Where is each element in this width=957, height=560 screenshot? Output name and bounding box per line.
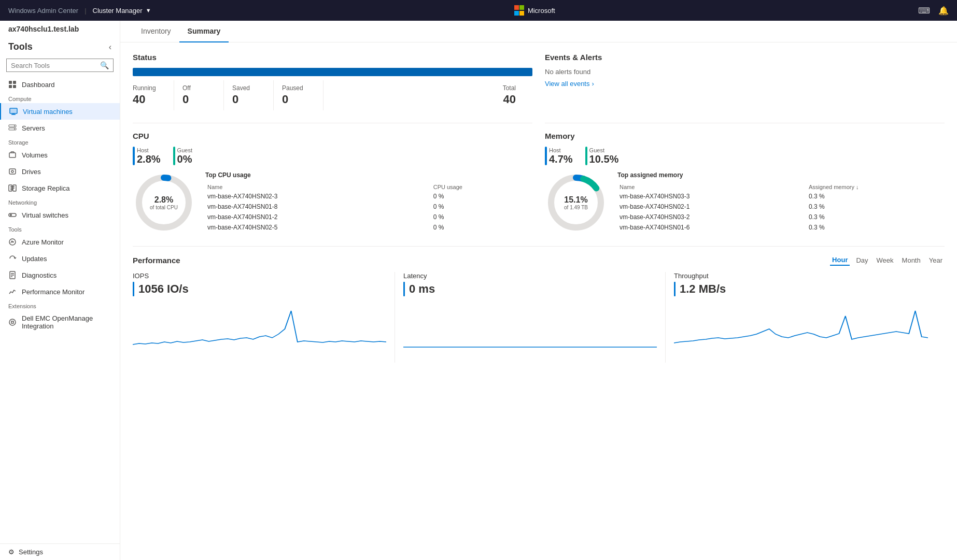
cpu-row-name: vm-base-AX740HSN02-3 bbox=[205, 191, 431, 202]
iops-label: IOPS bbox=[133, 272, 386, 280]
topbar: Windows Admin Center | Cluster Manager ▼… bbox=[0, 0, 957, 21]
time-btn-month[interactable]: Month bbox=[900, 255, 923, 266]
status-section: Status Running 40 Off 0 bbox=[133, 53, 532, 110]
sidebar-item-label-vms: Virtual machines bbox=[23, 108, 73, 116]
memory-guest-color bbox=[585, 147, 587, 165]
perf-title: Performance bbox=[133, 256, 180, 265]
cpu-header: Host 2.8% Guest 0% bbox=[133, 147, 532, 165]
tabs-bar: Inventory Summary bbox=[120, 21, 957, 42]
iops-bar bbox=[133, 282, 134, 296]
iops-chart bbox=[133, 300, 386, 363]
table-row: vm-base-AX740HSN02-50 % bbox=[205, 222, 532, 233]
sidebar-item-virtual-machines[interactable]: Virtual machines bbox=[0, 103, 120, 120]
latency-value-line: 0 ms bbox=[403, 282, 657, 296]
cpu-guest-group: Guest 0% bbox=[173, 147, 192, 165]
sidebar-item-azure-monitor[interactable]: Azure Monitor bbox=[0, 234, 120, 250]
content-inner: Status Running 40 Off 0 bbox=[120, 42, 957, 373]
virtual-switches-icon bbox=[8, 211, 17, 219]
bell-icon[interactable]: 🔔 bbox=[938, 6, 949, 16]
cpu-donut-percent: 2.8% bbox=[150, 195, 178, 205]
svg-point-18 bbox=[10, 214, 12, 216]
topbar-cluster[interactable]: Cluster Manager ▼ bbox=[93, 7, 151, 15]
terminal-icon[interactable]: ⌨ bbox=[918, 6, 930, 16]
topbar-right: ⌨ 🔔 bbox=[918, 6, 949, 16]
servers-icon bbox=[8, 124, 17, 132]
sidebar-footer-settings[interactable]: ⚙ Settings bbox=[0, 543, 120, 560]
sidebar-item-label-volumes: Volumes bbox=[22, 151, 48, 159]
performance-section: Performance Hour Day Week Month Year IOP… bbox=[133, 246, 945, 363]
cpu-row-usage: 0 % bbox=[431, 191, 532, 202]
search-input[interactable] bbox=[11, 62, 100, 69]
sidebar-item-updates[interactable]: Updates bbox=[0, 250, 120, 267]
memory-host-color bbox=[545, 147, 547, 165]
svg-rect-0 bbox=[9, 81, 12, 84]
view-all-events-link[interactable]: View all events › bbox=[545, 80, 945, 88]
time-btn-year[interactable]: Year bbox=[927, 255, 945, 266]
throughput-sparkline bbox=[674, 300, 928, 352]
cpu-host-label: Host bbox=[137, 147, 161, 153]
nav-section-tools: Tools bbox=[0, 223, 120, 234]
no-alerts-text: No alerts found bbox=[545, 68, 945, 76]
svg-rect-13 bbox=[9, 169, 16, 174]
sidebar-item-virtual-switches[interactable]: Virtual switches bbox=[0, 207, 120, 223]
status-bar-container bbox=[133, 68, 532, 76]
memory-section: Memory Host 4.7% Guest bbox=[545, 123, 945, 234]
memory-content: 15.1% of 1.49 TB Top assigned memory Nam… bbox=[545, 171, 945, 234]
cpu-top-usage-title: Top CPU usage bbox=[205, 171, 532, 179]
memory-donut-label: 15.1% of 1.49 TB bbox=[564, 195, 588, 210]
perf-header: Performance Hour Day Week Month Year bbox=[133, 255, 945, 266]
settings-label: Settings bbox=[19, 548, 43, 556]
status-paused-value: 0 bbox=[282, 93, 315, 106]
cluster-dropdown-icon[interactable]: ▼ bbox=[146, 7, 151, 13]
sidebar-item-label-virtual-switches: Virtual switches bbox=[22, 211, 68, 219]
sidebar-item-label-updates: Updates bbox=[22, 255, 47, 263]
tab-inventory[interactable]: Inventory bbox=[133, 21, 179, 42]
cpu-guest-label: Guest bbox=[177, 147, 192, 153]
table-row: vm-base-AX740HSN03-20.3 % bbox=[617, 212, 945, 222]
cpu-row-name: vm-base-AX740HSN01-8 bbox=[205, 202, 431, 212]
sidebar-item-diagnostics[interactable]: Diagnostics bbox=[0, 267, 120, 283]
svg-point-24 bbox=[9, 319, 16, 325]
sidebar-item-dell-emc[interactable]: Dell EMC OpenManage Integration bbox=[0, 310, 120, 334]
sidebar-item-volumes[interactable]: Volumes bbox=[0, 147, 120, 163]
topbar-center: Microsoft bbox=[514, 5, 555, 16]
perf-throughput: Throughput 1.2 MB/s bbox=[674, 272, 936, 363]
cpu-row-usage: 0 % bbox=[431, 212, 532, 222]
cpu-usage-table: Name CPU usage vm-base-AX740HSN02-30 %vm… bbox=[205, 183, 532, 233]
sidebar-item-label-performance-monitor: Performance Monitor bbox=[22, 288, 85, 296]
view-all-chevron: › bbox=[592, 80, 594, 88]
volumes-icon bbox=[8, 151, 17, 159]
sidebar-header: Tools ‹ bbox=[0, 35, 120, 59]
sidebar-item-dashboard[interactable]: Dashboard bbox=[0, 76, 120, 93]
table-row: vm-base-AX740HSN01-80 % bbox=[205, 202, 532, 212]
sidebar-item-label-storage-replica: Storage Replica bbox=[22, 184, 70, 192]
memory-row-usage: 0.3 % bbox=[807, 202, 945, 212]
iops-value-line: 1056 IO/s bbox=[133, 282, 386, 296]
dashboard-icon bbox=[8, 80, 17, 89]
topbar-brand: Windows Admin Center bbox=[8, 7, 78, 15]
sidebar-item-drives[interactable]: Drives bbox=[0, 163, 120, 180]
svg-rect-1 bbox=[13, 81, 16, 84]
memory-host-info: Host 4.7% bbox=[549, 147, 573, 165]
status-paused-label: Paused bbox=[282, 84, 315, 92]
time-btn-week[interactable]: Week bbox=[875, 255, 896, 266]
sidebar-item-performance-monitor[interactable]: Performance Monitor bbox=[0, 283, 120, 300]
memory-guest-group: Guest 10.5% bbox=[585, 147, 619, 165]
memory-row-name: vm-base-AX740HSN03-2 bbox=[617, 212, 807, 222]
status-paused: Paused 0 bbox=[282, 80, 323, 110]
sidebar-item-servers[interactable]: Servers bbox=[0, 120, 120, 136]
status-bar bbox=[133, 68, 532, 76]
search-box[interactable]: 🔍 bbox=[6, 59, 114, 72]
settings-icon: ⚙ bbox=[8, 548, 15, 556]
tab-summary[interactable]: Summary bbox=[179, 21, 229, 42]
status-saved: Saved 0 bbox=[232, 80, 274, 110]
sidebar-collapse-button[interactable]: ‹ bbox=[109, 42, 111, 52]
time-btn-day[interactable]: Day bbox=[854, 255, 870, 266]
cpu-title: CPU bbox=[133, 132, 532, 140]
memory-row-usage: 0.3 % bbox=[807, 191, 945, 202]
sidebar-item-storage-replica[interactable]: Storage Replica bbox=[0, 180, 120, 196]
table-row: vm-base-AX740HSN02-30 % bbox=[205, 191, 532, 202]
time-btn-hour[interactable]: Hour bbox=[830, 255, 850, 266]
latency-sparkline bbox=[403, 300, 657, 352]
svg-point-10 bbox=[14, 125, 15, 126]
